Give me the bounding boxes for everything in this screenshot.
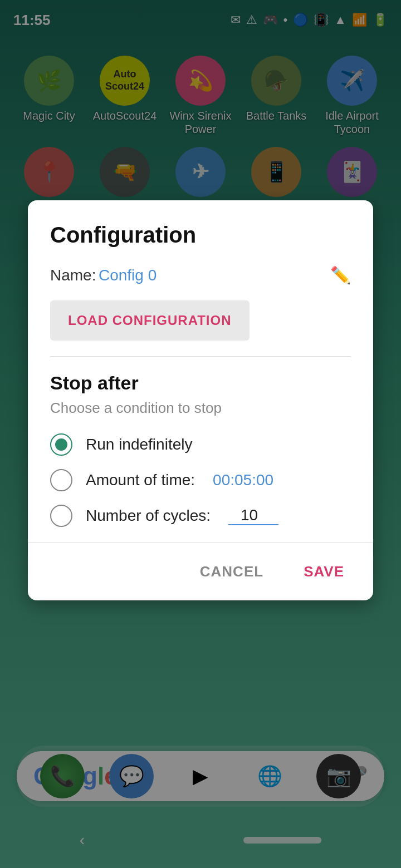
radio-run-indefinitely-inner — [55, 438, 67, 451]
name-value: Config 0 — [99, 267, 157, 284]
radio-run-indefinitely[interactable]: Run indefinitely — [50, 433, 351, 456]
stop-after-title: Stop after — [50, 372, 351, 394]
radio-amount-of-time-label: Amount of time: — [86, 471, 195, 489]
save-button[interactable]: SAVE — [292, 556, 355, 587]
divider-1 — [50, 356, 351, 357]
time-value-display[interactable]: 00:05:00 — [213, 471, 273, 489]
radio-amount-of-time[interactable]: Amount of time: 00:05:00 — [50, 469, 351, 491]
radio-amount-of-time-circle[interactable] — [50, 469, 72, 491]
name-label: Name: — [50, 267, 96, 284]
cycles-input[interactable] — [228, 506, 278, 525]
name-field: Name: Config 0 — [50, 267, 157, 284]
radio-number-of-cycles-circle[interactable] — [50, 505, 72, 527]
stop-condition-group: Run indefinitely Amount of time: 00:05:0… — [50, 433, 351, 527]
stop-after-subtitle: Choose a condition to stop — [50, 400, 351, 417]
radio-number-of-cycles[interactable]: Number of cycles: — [50, 505, 351, 527]
radio-run-indefinitely-label: Run indefinitely — [86, 436, 192, 453]
radio-run-indefinitely-circle[interactable] — [50, 433, 72, 456]
cancel-button[interactable]: CANCEL — [189, 556, 275, 587]
name-row: Name: Config 0 ✏️ — [50, 265, 351, 285]
dialog-actions: CANCEL SAVE — [28, 543, 373, 600]
dialog-body: Configuration Name: Config 0 ✏️ LOAD CON… — [28, 200, 373, 527]
configuration-dialog: Configuration Name: Config 0 ✏️ LOAD CON… — [28, 200, 373, 600]
radio-number-of-cycles-label: Number of cycles: — [86, 507, 211, 525]
load-configuration-button[interactable]: LOAD CONFIGURATION — [50, 300, 250, 341]
dialog-title: Configuration — [50, 223, 351, 248]
edit-name-icon[interactable]: ✏️ — [330, 265, 351, 285]
